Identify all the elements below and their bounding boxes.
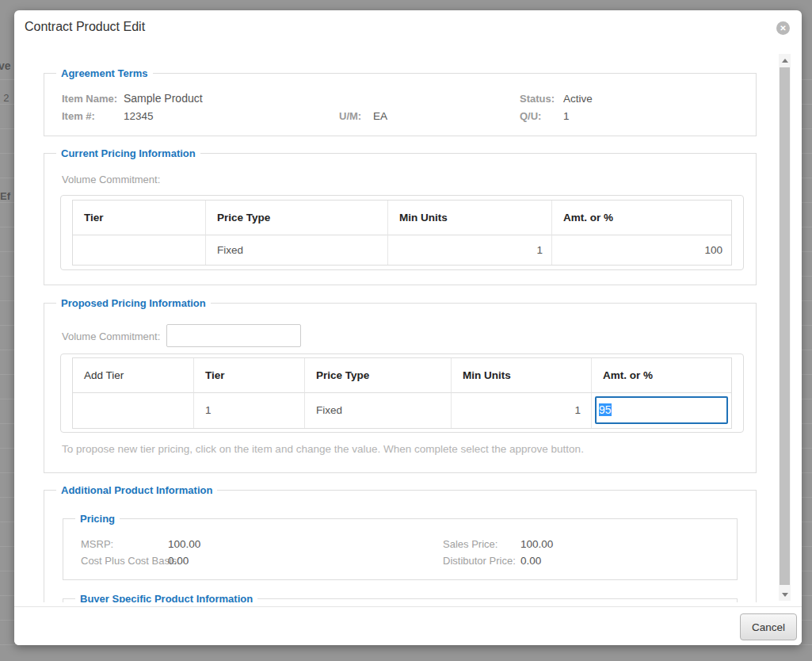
proposed-pricing-legend: Proposed Pricing Information: [56, 297, 211, 310]
um-value: EA: [373, 110, 387, 122]
current-price-type-cell: Fixed: [206, 235, 388, 265]
um-label: U/M:: [339, 110, 361, 122]
proposed-tier-cell[interactable]: 1: [194, 393, 305, 428]
pricing-subsection: Pricing MSRP: 100.00 Cost Plus Cost Basi…: [63, 518, 738, 580]
close-icon: ✕: [780, 24, 786, 32]
cost-plus-value: 0.00: [168, 555, 189, 567]
tier-pricing-help-text: To propose new tier pricing, click on th…: [62, 443, 584, 455]
distributor-price-label: Distibutor Price:: [443, 555, 516, 567]
column-header-tier: Tier: [73, 201, 206, 235]
status-label: Status:: [520, 93, 555, 105]
msrp-value: 100.00: [168, 538, 200, 550]
current-pricing-table: Tier Price Type Min Units Amt. or % Fixe…: [72, 200, 732, 266]
cost-plus-label: Cost Plus Cost Basis:: [81, 555, 180, 567]
additional-product-info-legend: Additional Product Information: [56, 484, 217, 497]
agreement-terms-legend: Agreement Terms: [56, 67, 153, 80]
volume-commitment-label: Volume Commitment:: [62, 330, 160, 342]
column-header-amt: Amt. or %: [552, 201, 731, 235]
proposed-pricing-table-container: Add Tier Tier Price Type Min Units Amt. …: [60, 353, 744, 433]
proposed-min-units-cell[interactable]: 1: [452, 393, 592, 428]
background-text-fragment: Ef: [0, 190, 10, 202]
buyer-specific-info-subsection: Buyer Specific Product Information: [63, 598, 738, 602]
qu-value: 1: [563, 110, 570, 122]
contract-product-edit-dialog: Contract Product Edit ✕ Agreement Terms …: [14, 10, 802, 645]
close-button[interactable]: ✕: [776, 21, 790, 35]
proposed-pricing-section: Proposed Pricing Information Volume Comm…: [44, 303, 757, 473]
msrp-label: MSRP:: [81, 538, 113, 550]
item-number-value: 12345: [124, 110, 154, 122]
column-header-add-tier[interactable]: Add Tier: [73, 358, 194, 393]
scroll-down-icon: [782, 593, 788, 597]
item-name-value: Sample Product: [124, 92, 203, 105]
agreement-terms-section: Agreement Terms Item Name: Sample Produc…: [44, 73, 757, 136]
vertical-scrollbar[interactable]: [779, 54, 791, 601]
cancel-button[interactable]: Cancel: [740, 613, 797, 640]
buyer-specific-info-legend: Buyer Specific Product Information: [75, 593, 257, 602]
selected-text: 95: [599, 403, 612, 416]
current-min-units-cell: 1: [388, 235, 552, 265]
volume-commitment-input[interactable]: [166, 324, 301, 347]
distributor-price-value: 0.00: [520, 555, 541, 567]
current-pricing-table-container: Tier Price Type Min Units Amt. or % Fixe…: [60, 195, 744, 270]
column-header-amt: Amt. or %: [592, 358, 731, 393]
column-header-price-type: Price Type: [305, 358, 452, 393]
column-header-min-units: Min Units: [452, 358, 592, 393]
proposed-add-tier-cell[interactable]: [73, 393, 194, 428]
column-header-min-units: Min Units: [388, 201, 552, 235]
scroll-up-button[interactable]: [779, 54, 791, 67]
proposed-amt-cell: 95: [592, 393, 731, 428]
dialog-footer: Cancel: [14, 606, 802, 645]
scrollbar-thumb[interactable]: [780, 67, 790, 585]
current-tier-cell: [73, 235, 206, 265]
sales-price-value: 100.00: [520, 538, 553, 550]
qu-label: Q/U:: [520, 110, 541, 122]
column-header-tier: Tier: [194, 358, 305, 393]
background-text-fragment: ve: [0, 59, 11, 72]
proposed-price-type-cell[interactable]: Fixed: [305, 393, 452, 428]
current-amt-cell: 100: [552, 235, 731, 265]
item-name-label: Item Name:: [62, 93, 117, 105]
status-value: Active: [563, 93, 593, 105]
dialog-scroll-content: Agreement Terms Item Name: Sample Produc…: [44, 54, 757, 602]
scroll-down-button[interactable]: [779, 588, 791, 601]
volume-commitment-label: Volume Commitment:: [62, 174, 160, 185]
sales-price-label: Sales Price:: [443, 538, 497, 550]
pricing-legend: Pricing: [75, 513, 120, 525]
additional-product-info-section: Additional Product Information Pricing M…: [44, 490, 757, 602]
item-number-label: Item #:: [62, 110, 95, 122]
dialog-title: Contract Product Edit: [25, 20, 145, 34]
column-header-price-type: Price Type: [206, 201, 388, 235]
proposed-pricing-table: Add Tier Tier Price Type Min Units Amt. …: [72, 357, 732, 429]
current-pricing-legend: Current Pricing Information: [56, 147, 200, 160]
current-pricing-section: Current Pricing Information Volume Commi…: [44, 153, 757, 285]
amt-edit-input[interactable]: 95: [595, 396, 728, 424]
scroll-up-icon: [782, 59, 788, 63]
background-text-fragment: , 2: [0, 92, 9, 104]
